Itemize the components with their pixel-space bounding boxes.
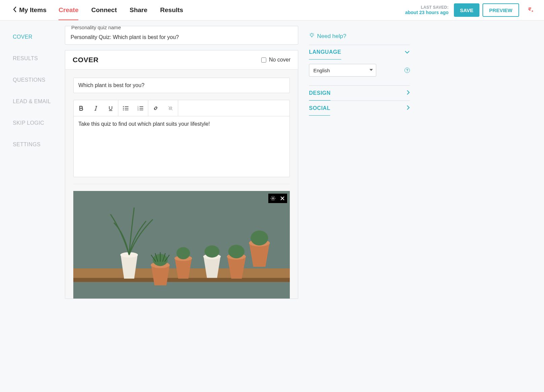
description-editor[interactable]: Take this quiz to find out which plant s… (74, 116, 289, 177)
cover-section-title: COVER (73, 56, 99, 64)
save-button[interactable]: SAVE (454, 3, 479, 17)
ordered-list-button[interactable]: 123 (133, 100, 148, 116)
rich-text-editor: 123 Take this quiz to find out which pla… (73, 100, 290, 177)
svg-point-0 (123, 106, 124, 107)
no-cover-toggle[interactable]: No cover (261, 57, 290, 63)
cover-header: COVER No cover (65, 50, 298, 70)
tab-share[interactable]: Share (129, 0, 147, 20)
preview-button[interactable]: PREVIEW (482, 3, 519, 17)
accordion-language-body: English ? (309, 59, 410, 85)
unlink-button (163, 100, 178, 116)
sidebar-item-cover[interactable]: COVER (13, 34, 65, 40)
quiz-name-legend: Personality quiz name (71, 25, 122, 30)
svg-point-1 (123, 108, 124, 109)
back-label: My Items (19, 6, 46, 14)
svg-point-16 (177, 247, 190, 259)
divider (73, 184, 290, 184)
unordered-list-button[interactable] (118, 100, 133, 116)
bold-button[interactable] (74, 100, 88, 116)
svg-point-18 (228, 245, 244, 258)
accordion-design-title: DESIGN (309, 90, 331, 96)
cover-image (73, 191, 290, 299)
accordion-design-head[interactable]: DESIGN (309, 86, 410, 101)
accordion-social: SOCIAL (309, 101, 410, 116)
underline-button[interactable] (103, 100, 118, 116)
accordion-language-head[interactable]: LANGUAGE (309, 45, 410, 59)
svg-point-17 (204, 245, 219, 258)
nav-tabs: Create Connect Share Results (59, 0, 405, 20)
plants-image-icon (73, 191, 290, 299)
link-button[interactable] (148, 100, 163, 116)
svg-point-21 (311, 34, 313, 36)
sidebar-item-questions[interactable]: QUESTIONS (13, 77, 65, 83)
cover-title-input[interactable] (73, 78, 290, 93)
accordion-language: LANGUAGE English ? (309, 45, 410, 85)
tab-create[interactable]: Create (59, 0, 78, 20)
text-direction-icon[interactable] (528, 7, 534, 13)
lightbulb-icon (309, 33, 315, 40)
chevron-left-icon (13, 6, 16, 14)
last-saved-time: about 23 hours ago (405, 10, 449, 15)
help-icon[interactable]: ? (404, 68, 410, 73)
back-to-my-items[interactable]: My Items (13, 6, 46, 14)
chevron-right-icon (406, 105, 410, 112)
svg-point-6 (272, 198, 274, 199)
top-bar: My Items Create Connect Share Results LA… (0, 0, 544, 21)
quiz-name-field: Personality quiz name (65, 26, 298, 45)
main-content: Personality quiz name COVER No cover (65, 21, 298, 299)
editor-toolbar: 123 (74, 100, 289, 116)
last-saved-label: LAST SAVED: (405, 5, 449, 10)
chevron-down-icon (404, 49, 410, 55)
need-help-label: Need help? (317, 33, 346, 40)
quiz-name-input[interactable] (71, 34, 293, 40)
accordion-social-title: SOCIAL (309, 105, 330, 111)
sidebar-item-results[interactable]: RESULTS (13, 55, 65, 62)
need-help-link[interactable]: Need help? (309, 33, 410, 40)
svg-point-19 (250, 231, 268, 245)
accordion-language-title: LANGUAGE (309, 49, 341, 55)
side-nav: COVER RESULTS QUESTIONS LEAD & EMAIL SKI… (0, 21, 65, 299)
no-cover-checkbox[interactable] (261, 57, 266, 63)
sidebar-item-lead-email[interactable]: LEAD & EMAIL (13, 99, 65, 105)
right-panel: Need help? LANGUAGE English ? DESIGN (309, 21, 420, 299)
language-select[interactable]: English (309, 64, 376, 77)
tab-results[interactable]: Results (160, 0, 183, 20)
cover-card: COVER No cover (65, 50, 298, 299)
image-remove-button[interactable] (278, 194, 287, 203)
image-controls (268, 194, 287, 203)
italic-button[interactable] (88, 100, 103, 116)
image-settings-button[interactable] (268, 194, 278, 203)
last-saved: LAST SAVED: about 23 hours ago (405, 5, 449, 15)
sidebar-item-skip-logic[interactable]: SKIP LOGIC (13, 120, 65, 126)
tab-connect[interactable]: Connect (91, 0, 117, 20)
svg-text:3: 3 (138, 109, 139, 111)
accordion-design: DESIGN (309, 85, 410, 101)
chevron-right-icon (406, 90, 410, 96)
no-cover-label: No cover (269, 57, 290, 63)
sidebar-item-settings[interactable]: SETTINGS (13, 142, 65, 148)
cover-body: 123 Take this quiz to find out which pla… (65, 70, 298, 299)
svg-point-2 (123, 109, 124, 110)
accordion-social-head[interactable]: SOCIAL (309, 101, 410, 116)
